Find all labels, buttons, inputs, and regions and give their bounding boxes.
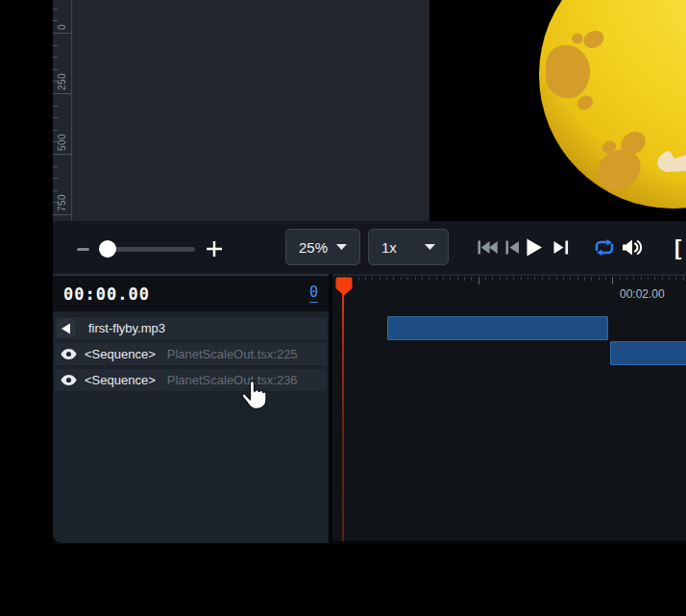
ruler-major-tick [53, 214, 71, 215]
ruler-minor-tick [53, 57, 58, 58]
timeline-tick [471, 277, 472, 281]
track-name: first-flyby.mp3 [88, 321, 165, 335]
play-icon [526, 238, 543, 257]
timeline-tick [641, 277, 642, 281]
timeline-tick [626, 277, 627, 281]
timeline-tick [513, 277, 514, 281]
volume-button[interactable] [622, 221, 645, 274]
canvas-out-of-bounds-area [72, 0, 429, 221]
in-out-marker-button[interactable]: [ [674, 221, 681, 274]
next-frame-icon [553, 240, 570, 255]
timeline-section: 00:00.00 0 first-flyby.mp3<Sequence>Plan… [53, 274, 686, 544]
playback-speed-value: 1x [381, 239, 397, 256]
chevron-down-icon [425, 244, 435, 250]
track-row[interactable]: <Sequence>PlanetScaleOut.tsx:236 [55, 369, 327, 391]
ruler-minor-tick [53, 166, 58, 167]
skip-to-start-icon [478, 240, 498, 255]
timeline-tick [407, 277, 408, 281]
volume-icon [622, 238, 645, 257]
timeline-tick [563, 277, 564, 281]
loop-toggle-button[interactable] [593, 221, 616, 274]
timeline-tick [492, 277, 493, 281]
planet-graphic [429, 0, 686, 221]
timeline-tick [612, 277, 613, 284]
timeline-tick [478, 277, 479, 284]
ruler-major-tick [53, 154, 71, 155]
timeline-tick [620, 277, 621, 281]
timeline-tick [542, 277, 543, 281]
timeline-tick [527, 277, 528, 281]
timeline-clip[interactable] [387, 316, 608, 340]
zoom-out-minus-icon[interactable] [77, 248, 89, 251]
timeline-ruler[interactable]: 00:02.00 [332, 274, 686, 541]
skip-to-start-button[interactable] [478, 221, 498, 274]
track-row[interactable]: <Sequence>PlanetScaleOut.tsx:225 [55, 343, 327, 365]
loop-icon [593, 239, 616, 256]
timeline-tick [372, 277, 373, 281]
timeline-tick [683, 277, 684, 281]
timeline-tick [675, 277, 676, 281]
eye-visibility-icon[interactable] [59, 349, 78, 359]
timeline-tick [584, 277, 585, 281]
timeline-tick [662, 277, 663, 281]
timeline-tick [556, 277, 557, 281]
ruler-label: 0 [57, 24, 67, 30]
timeline-tick [386, 277, 387, 281]
ruler-major-tick [53, 93, 71, 94]
vertical-ruler: 0250500750 [53, 0, 72, 221]
bracket-icon: [ [674, 235, 681, 260]
ruler-major-tick [53, 33, 71, 34]
eye-visibility-icon[interactable] [59, 375, 78, 385]
timeline-tick [654, 277, 655, 281]
playhead-handle[interactable] [335, 277, 353, 300]
canvas-scale-select[interactable]: 25% [285, 229, 360, 265]
timeline-tick [422, 277, 423, 281]
ruler-label: 500 [57, 134, 67, 151]
timeline-tick [521, 277, 522, 281]
ruler-minor-tick [53, 106, 58, 107]
ruler-minor-tick [53, 45, 58, 46]
track-name: <Sequence> [85, 347, 156, 361]
composition-canvas [429, 0, 686, 221]
ruler-label: 250 [57, 73, 67, 90]
track-source-ref: PlanetScaleOut.tsx:236 [167, 373, 298, 387]
track-name: <Sequence> [85, 373, 156, 387]
timecode-display: 00:00.00 [63, 284, 150, 304]
timeline-tick [429, 277, 429, 281]
playback-speed-select[interactable]: 1x [368, 229, 449, 265]
timeline-tick [599, 277, 600, 281]
previous-frame-button[interactable] [505, 221, 520, 274]
next-frame-button[interactable] [553, 221, 570, 274]
timeline-tick [380, 277, 380, 281]
ruler-minor-tick [53, 9, 58, 10]
timeline-tick [436, 277, 437, 281]
ruler-minor-tick [53, 69, 58, 70]
canvas-scale-value: 25% [299, 239, 328, 256]
frame-number-link[interactable]: 0 [309, 284, 318, 302]
timeline-header: 00:00.00 0 [53, 276, 329, 311]
timeline-tick [570, 277, 571, 281]
timeline-tick [633, 277, 634, 281]
chevron-down-icon [336, 244, 347, 250]
track-source-ref: PlanetScaleOut.tsx:225 [167, 347, 298, 361]
timeline-clip[interactable] [610, 341, 686, 365]
timeline-tick [457, 277, 458, 281]
timeline-tick [401, 277, 402, 281]
ruler-minor-tick [53, 117, 58, 118]
zoom-slider-knob[interactable] [99, 240, 116, 258]
volume-icon[interactable] [57, 319, 75, 337]
previous-frame-icon [505, 240, 520, 255]
playhead-line [342, 293, 344, 541]
play-button[interactable] [526, 221, 543, 274]
studio-root: 0250500750 [53, 0, 686, 544]
timeline-track-panel: 00:00.00 0 first-flyby.mp3<Sequence>Plan… [53, 274, 329, 543]
hand-cursor [241, 381, 267, 414]
track-row[interactable]: first-flyby.mp3 [55, 317, 327, 339]
timeline-tick [415, 277, 416, 281]
ruler-minor-tick [53, 178, 58, 179]
timeline-tick [500, 277, 501, 281]
ruler-minor-tick [53, 130, 58, 131]
timeline-tick [577, 277, 578, 281]
zoom-in-plus-icon[interactable] [207, 241, 222, 260]
timeline-tick [485, 277, 486, 281]
